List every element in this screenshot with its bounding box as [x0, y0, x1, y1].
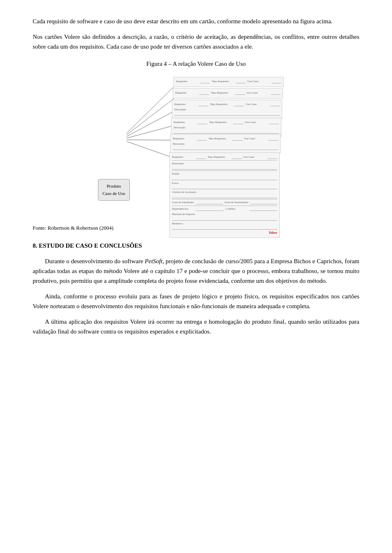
volere-card-3: Requisito: Tipo Requisito: Use Case: Des… [172, 100, 282, 119]
svg-line-3 [127, 125, 176, 138]
volere-card-1: Requisito: Tipo Requisito: Use Case: [174, 77, 284, 87]
svg-line-1 [127, 97, 176, 135]
svg-line-0 [127, 85, 176, 133]
figure-caption: Figura 4 – A relação Volere Caso de Uso [33, 59, 359, 69]
svg-line-5 [127, 141, 176, 159]
body-paragraph-1: Durante o desenvolvimento do software Pe… [33, 256, 359, 286]
body-paragraph-3: A última aplicação dos requisitos Volere… [33, 317, 359, 336]
figure-area: ProdutoCaso de Uso Requisito: [33, 73, 359, 220]
svg-line-4 [127, 140, 176, 140]
body-paragraph-2: Ainda, conforme o processo evoluiu para … [33, 291, 359, 311]
volere-card-2: Requisito: Tipo Requisito: Use Case: [173, 88, 283, 99]
volere-card-6: Requisito: Tipo Requisito: Use Case: Des… [169, 152, 280, 238]
page-content: Cada requisito de software e caso de uso… [33, 16, 359, 336]
intro-paragraph-2: Nos cartões Volere são definidos a descr… [33, 32, 359, 51]
section-heading: 8. ESTUDO DE CASO E CONCLUSÕES [33, 241, 359, 251]
volere-card-5: Requisito: Tipo Requisito: Use Case: Des… [170, 134, 281, 153]
svg-line-2 [127, 110, 176, 137]
intro-paragraph-1: Cada requisito de software e caso de uso… [33, 16, 359, 26]
